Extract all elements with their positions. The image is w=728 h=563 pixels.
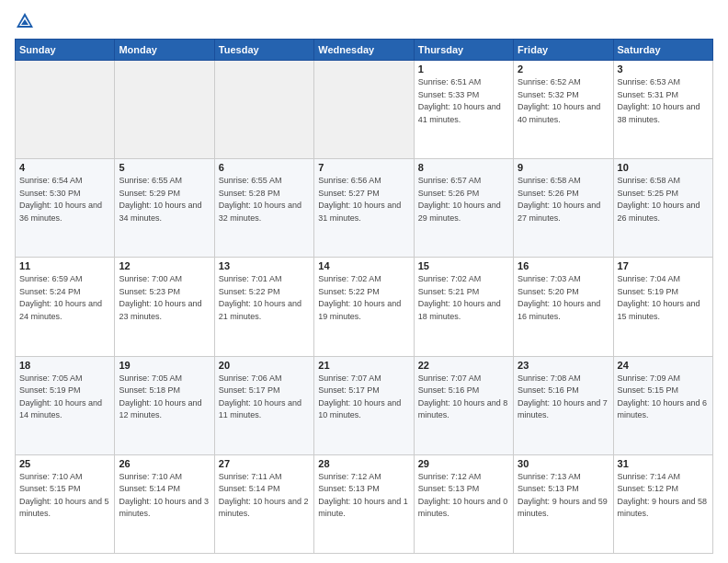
sunset: Sunset: 5:26 PM	[518, 189, 579, 198]
sunset: Sunset: 5:32 PM	[518, 90, 579, 99]
sunrise: Sunrise: 7:01 AM	[219, 274, 282, 283]
calendar-week-4: 18 Sunrise: 7:05 AM Sunset: 5:19 PM Dayl…	[16, 356, 713, 454]
logo	[15, 11, 37, 31]
sunrise: Sunrise: 7:04 AM	[618, 274, 681, 283]
header	[15, 11, 713, 31]
daylight: Daylight: 9 hours and 59 minutes.	[518, 497, 608, 519]
daylight: Daylight: 10 hours and 29 minutes.	[418, 201, 501, 223]
calendar-cell: 20 Sunrise: 7:06 AM Sunset: 5:17 PM Dayl…	[214, 356, 313, 454]
sunrise: Sunrise: 6:59 AM	[19, 274, 83, 283]
day-info: Sunrise: 7:07 AM Sunset: 5:16 PM Dayligh…	[418, 373, 509, 422]
day-number: 3	[618, 63, 709, 75]
day-info: Sunrise: 7:02 AM Sunset: 5:21 PM Dayligh…	[418, 273, 509, 323]
day-number: 8	[418, 162, 509, 173]
daylight: Daylight: 10 hours and 36 minutes.	[19, 201, 102, 223]
page: SundayMondayTuesdayWednesdayThursdayFrid…	[0, 0, 728, 563]
sunset: Sunset: 5:19 PM	[19, 385, 81, 395]
day-number: 20	[219, 360, 310, 371]
sunrise: Sunrise: 7:09 AM	[618, 373, 681, 383]
calendar-cell: 1 Sunrise: 6:51 AM Sunset: 5:33 PM Dayli…	[414, 61, 513, 159]
calendar-cell: 26 Sunrise: 7:10 AM Sunset: 5:14 PM Dayl…	[115, 454, 214, 553]
day-number: 12	[119, 260, 210, 271]
daylight: Daylight: 10 hours and 6 minutes.	[618, 398, 708, 420]
daylight: Daylight: 10 hours and 1 minute.	[318, 497, 408, 519]
calendar-cell: 8 Sunrise: 6:57 AM Sunset: 5:26 PM Dayli…	[414, 159, 513, 258]
calendar-cell: 15 Sunrise: 7:02 AM Sunset: 5:21 PM Dayl…	[414, 258, 513, 356]
day-info: Sunrise: 6:57 AM Sunset: 5:26 PM Dayligh…	[418, 175, 509, 224]
daylight: Daylight: 10 hours and 8 minutes.	[418, 398, 508, 420]
day-info: Sunrise: 7:10 AM Sunset: 5:15 PM Dayligh…	[19, 471, 110, 521]
sunset: Sunset: 5:26 PM	[418, 189, 480, 198]
sunrise: Sunrise: 7:05 AM	[119, 373, 182, 383]
sunrise: Sunrise: 6:52 AM	[518, 77, 581, 86]
sunset: Sunset: 5:13 PM	[418, 484, 480, 493]
daylight: Daylight: 10 hours and 5 minutes.	[19, 497, 109, 519]
calendar-cell: 27 Sunrise: 7:11 AM Sunset: 5:14 PM Dayl…	[214, 454, 313, 553]
sunset: Sunset: 5:16 PM	[418, 385, 480, 395]
daylight: Daylight: 9 hours and 58 minutes.	[618, 497, 708, 519]
calendar-cell	[16, 61, 115, 159]
day-number: 19	[119, 360, 210, 371]
calendar-cell: 19 Sunrise: 7:05 AM Sunset: 5:18 PM Dayl…	[115, 356, 214, 454]
sunset: Sunset: 5:12 PM	[618, 484, 679, 493]
calendar-cell	[214, 61, 313, 159]
calendar-week-1: 1 Sunrise: 6:51 AM Sunset: 5:33 PM Dayli…	[16, 61, 713, 159]
day-info: Sunrise: 6:51 AM Sunset: 5:33 PM Dayligh…	[418, 76, 509, 126]
sunrise: Sunrise: 7:02 AM	[318, 274, 381, 283]
sunrise: Sunrise: 6:54 AM	[19, 176, 83, 185]
sunset: Sunset: 5:16 PM	[518, 385, 579, 395]
sunset: Sunset: 5:15 PM	[618, 385, 679, 395]
calendar-cell: 4 Sunrise: 6:54 AM Sunset: 5:30 PM Dayli…	[16, 159, 115, 258]
day-number: 14	[318, 260, 409, 271]
sunset: Sunset: 5:13 PM	[318, 484, 380, 493]
day-number: 30	[518, 458, 609, 469]
daylight: Daylight: 10 hours and 10 minutes.	[318, 398, 401, 420]
day-number: 21	[318, 360, 409, 371]
sunset: Sunset: 5:25 PM	[618, 189, 679, 198]
weekday-header-sunday: Sunday	[16, 40, 115, 61]
day-number: 31	[618, 458, 709, 469]
day-number: 4	[19, 162, 110, 173]
day-info: Sunrise: 6:56 AM Sunset: 5:27 PM Dayligh…	[318, 175, 409, 224]
sunset: Sunset: 5:30 PM	[19, 189, 81, 198]
day-number: 10	[618, 162, 709, 173]
day-number: 13	[219, 260, 310, 271]
sunrise: Sunrise: 6:57 AM	[418, 176, 482, 185]
day-info: Sunrise: 6:53 AM Sunset: 5:31 PM Dayligh…	[618, 76, 709, 126]
calendar-cell: 10 Sunrise: 6:58 AM Sunset: 5:25 PM Dayl…	[613, 159, 712, 258]
day-info: Sunrise: 7:12 AM Sunset: 5:13 PM Dayligh…	[418, 471, 509, 521]
sunrise: Sunrise: 7:07 AM	[318, 373, 381, 383]
day-info: Sunrise: 6:55 AM Sunset: 5:29 PM Dayligh…	[119, 175, 210, 224]
day-info: Sunrise: 7:07 AM Sunset: 5:17 PM Dayligh…	[318, 373, 409, 422]
sunset: Sunset: 5:18 PM	[119, 385, 180, 395]
day-number: 17	[618, 260, 709, 271]
daylight: Daylight: 10 hours and 21 minutes.	[219, 299, 301, 321]
calendar-cell: 31 Sunrise: 7:14 AM Sunset: 5:12 PM Dayl…	[613, 454, 712, 553]
weekday-header-thursday: Thursday	[414, 40, 513, 61]
calendar-cell: 17 Sunrise: 7:04 AM Sunset: 5:19 PM Dayl…	[613, 258, 712, 356]
daylight: Daylight: 10 hours and 27 minutes.	[518, 201, 600, 223]
daylight: Daylight: 10 hours and 23 minutes.	[119, 299, 201, 321]
sunrise: Sunrise: 7:00 AM	[119, 274, 182, 283]
daylight: Daylight: 10 hours and 40 minutes.	[518, 102, 600, 124]
sunrise: Sunrise: 7:03 AM	[518, 274, 581, 283]
day-info: Sunrise: 6:54 AM Sunset: 5:30 PM Dayligh…	[19, 175, 110, 224]
sunset: Sunset: 5:13 PM	[518, 484, 579, 493]
day-info: Sunrise: 7:02 AM Sunset: 5:22 PM Dayligh…	[318, 273, 409, 323]
calendar-cell: 28 Sunrise: 7:12 AM Sunset: 5:13 PM Dayl…	[314, 454, 414, 553]
calendar-cell: 3 Sunrise: 6:53 AM Sunset: 5:31 PM Dayli…	[613, 61, 712, 159]
day-number: 7	[318, 162, 409, 173]
daylight: Daylight: 10 hours and 19 minutes.	[318, 299, 401, 321]
weekday-header-friday: Friday	[514, 40, 613, 61]
day-info: Sunrise: 7:05 AM Sunset: 5:19 PM Dayligh…	[19, 373, 110, 422]
sunrise: Sunrise: 6:58 AM	[618, 176, 681, 185]
calendar-week-5: 25 Sunrise: 7:10 AM Sunset: 5:15 PM Dayl…	[16, 454, 713, 553]
day-info: Sunrise: 7:12 AM Sunset: 5:13 PM Dayligh…	[318, 471, 409, 521]
day-info: Sunrise: 6:58 AM Sunset: 5:25 PM Dayligh…	[618, 175, 709, 224]
day-number: 27	[219, 458, 310, 469]
day-info: Sunrise: 7:13 AM Sunset: 5:13 PM Dayligh…	[518, 471, 609, 521]
calendar-cell: 29 Sunrise: 7:12 AM Sunset: 5:13 PM Dayl…	[414, 454, 513, 553]
day-info: Sunrise: 7:11 AM Sunset: 5:14 PM Dayligh…	[219, 471, 310, 521]
weekday-header-monday: Monday	[115, 40, 214, 61]
daylight: Daylight: 10 hours and 24 minutes.	[19, 299, 102, 321]
